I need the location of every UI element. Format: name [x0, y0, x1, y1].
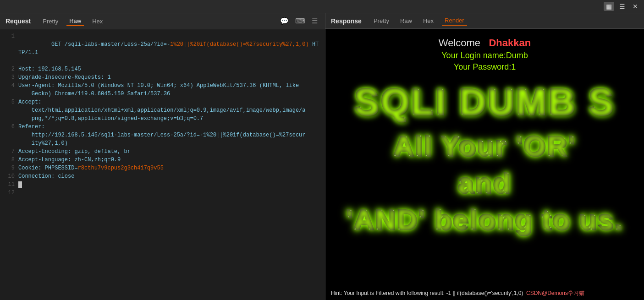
- table-row: 1 GET /sqli-labs-master/Less-25a/?id=-1%…: [0, 32, 325, 65]
- grid-view-button[interactable]: ▦: [604, 2, 614, 11]
- sqli-main-title: SQLI DUMB S: [354, 81, 615, 123]
- response-header: Response Pretty Raw Hex Render: [325, 13, 644, 29]
- request-actions: 💬 ⌨ ☰: [278, 16, 319, 26]
- main-split: Request Pretty Raw Hex 💬 ⌨ ☰ 1 GET /sqli…: [0, 13, 644, 300]
- tab-pretty-request[interactable]: Pretty: [40, 17, 61, 26]
- table-row: 12: [0, 189, 325, 197]
- response-panel: Response Pretty Raw Hex Render Welcome D…: [325, 13, 644, 300]
- menu-icon[interactable]: ☰: [310, 16, 319, 26]
- sqli-subtitle: All Your 'OR'and'AND' belong to us.: [346, 128, 623, 239]
- table-row: 4 User-Agent: Mozilla/5.0 (Windows NT 10…: [0, 82, 325, 98]
- welcome-text: Welcome: [439, 37, 480, 49]
- tab-render-response[interactable]: Render: [442, 16, 467, 26]
- table-row: 8 Accept-Language: zh-CN,zh;q=0.9: [0, 156, 325, 164]
- tab-hex-response[interactable]: Hex: [420, 16, 436, 25]
- password-line: Your Password:1: [454, 62, 516, 72]
- login-name-line: Your Login name:Dumb: [441, 51, 528, 60]
- table-row: 3 Upgrade-Insecure-Requests: 1: [0, 73, 325, 82]
- render-view: Welcome Dhakkan Your Login name:Dumb You…: [325, 29, 644, 300]
- hint-source: CSDN@Demons学习猫: [525, 290, 584, 296]
- request-panel: Request Pretty Raw Hex 💬 ⌨ ☰ 1 GET /sqli…: [0, 13, 325, 300]
- tab-pretty-response[interactable]: Pretty: [371, 16, 392, 25]
- table-row: 2 Host: 192.168.5.145: [0, 65, 325, 73]
- top-toolbar: ▦ ☰ ✕: [0, 0, 644, 13]
- table-row: 9 Cookie: PHPSESSID=r8cthu7v9cpus2g3ch4i…: [0, 164, 325, 172]
- tab-raw-response[interactable]: Raw: [397, 16, 415, 25]
- request-title: Request: [6, 17, 31, 25]
- request-content: 1 GET /sqli-labs-master/Less-25a/?id=-1%…: [0, 29, 325, 300]
- request-header: Request Pretty Raw Hex 💬 ⌨ ☰: [0, 13, 325, 29]
- hint-text: Hint: Your Input is Filtered with follow…: [331, 290, 523, 296]
- list-view-button[interactable]: ☰: [617, 2, 627, 11]
- table-row: 11: [0, 180, 325, 189]
- table-row: 7 Accept-Encoding: gzip, deflate, br: [0, 147, 325, 156]
- welcome-line: Welcome Dhakkan: [439, 37, 531, 49]
- response-content: Welcome Dhakkan Your Login name:Dumb You…: [325, 29, 644, 300]
- table-row: 10 Connection: close: [0, 172, 325, 180]
- keyboard-icon[interactable]: ⌨: [293, 16, 307, 26]
- comment-icon[interactable]: 💬: [278, 16, 291, 26]
- tab-raw-request[interactable]: Raw: [66, 16, 84, 26]
- table-row: 6 Referer: http://192.168.5.145/sqli-lab…: [0, 123, 325, 147]
- tab-hex-request[interactable]: Hex: [89, 17, 105, 26]
- table-row: 5 Accept: text/html,application/xhtml+xm…: [0, 98, 325, 123]
- welcome-name: Dhakkan: [489, 37, 531, 49]
- close-button[interactable]: ✕: [630, 2, 640, 11]
- response-title: Response: [331, 17, 362, 25]
- hint-bar: Hint: Your Input is Filtered with follow…: [325, 287, 644, 300]
